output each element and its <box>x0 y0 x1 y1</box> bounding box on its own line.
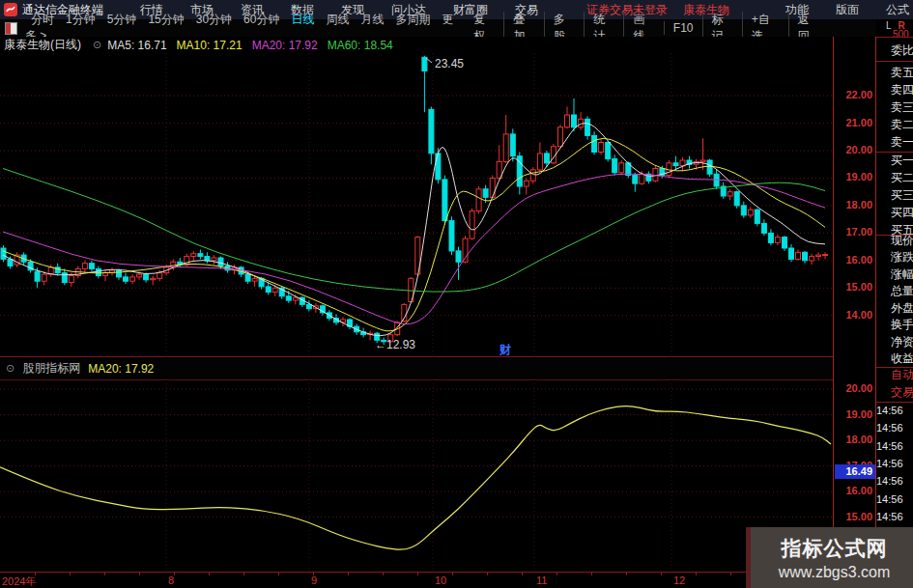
quote-label-8: 买二 <box>891 170 913 185</box>
x-axis-tick <box>696 573 697 575</box>
x-axis-tick <box>313 573 314 575</box>
quote-label-3: 卖四 <box>891 82 913 98</box>
toolbar-button-6[interactable]: F10 <box>664 21 702 35</box>
date-axis: 2024年89101112 <box>0 572 833 588</box>
period-toolbar: 分时1分钟5分钟15分钟30分钟60分钟日线周线月线多周期更多 > 复权叠加多股… <box>0 19 913 38</box>
info-label-7: 净资 <box>891 334 913 350</box>
x-axis-label-9: 9 <box>311 574 317 586</box>
sub-axis-tick-15: 15.00 <box>834 511 872 522</box>
quote-label-9: 买三 <box>891 187 913 203</box>
period-tab-9[interactable]: 月线 <box>360 13 384 26</box>
sub-axis-tick-19: 19.00 <box>834 408 872 420</box>
x-axis-tick <box>522 573 523 575</box>
right-menu-3[interactable]: 公式 <box>886 3 909 16</box>
ma-value-3: MA20: 17.92 <box>252 39 318 52</box>
info-label-6: 换手 <box>891 317 913 332</box>
chart-axis-divider <box>833 37 834 588</box>
x-axis-tick <box>626 573 627 575</box>
main-axis-tick-16: 16.00 <box>834 254 872 266</box>
x-axis-tick <box>209 573 210 575</box>
x-axis-label-11: 11 <box>536 574 547 586</box>
x-axis-label-12: 12 <box>673 574 685 586</box>
x-axis-tick <box>452 573 453 575</box>
quote-label-4: 卖三 <box>891 99 913 115</box>
period-tab-2[interactable]: 1分钟 <box>66 13 96 26</box>
price-axis-column: 22.0021.0020.0019.0018.0017.0016.0015.00… <box>834 37 875 588</box>
watermark-title: 指标公式网 <box>782 535 888 562</box>
indicator-line-chart[interactable] <box>0 379 833 572</box>
axis-sidebar-divider <box>875 37 876 588</box>
tdx-terminal-window: 通达信金融终端 行情市场资讯数据发现问小达财富圈交易 证券交易未登录康泰生物 功… <box>0 0 913 588</box>
x-axis-tick <box>243 573 244 575</box>
sub-axis-tick-18: 18.00 <box>834 434 872 445</box>
period-tab-6[interactable]: 60分钟 <box>243 13 279 26</box>
sidebar-divider <box>876 37 913 38</box>
indicator-ma-value: MA20: 17.92 <box>88 362 154 376</box>
collapse-subpanel-icon[interactable]: ⊙ <box>6 362 14 375</box>
period-tab-1[interactable]: 分时 <box>31 13 54 26</box>
x-axis-tick <box>348 573 349 575</box>
main-axis-tick-18: 18.00 <box>834 199 872 210</box>
x-axis-tick <box>730 573 731 575</box>
tick-timestamp-2: 14:56 <box>876 420 903 435</box>
right-menu-2[interactable]: 版面 <box>836 3 859 16</box>
auto-trade-label-2[interactable]: 交易 <box>891 384 913 400</box>
x-axis-label-8: 8 <box>168 574 174 586</box>
x-axis-label-10: 10 <box>435 574 446 586</box>
svg-text:23.45: 23.45 <box>435 57 464 70</box>
watermark-box: 指标公式网 www.zbgs3.com <box>746 527 913 588</box>
collapse-panel-icon[interactable]: ⊙ <box>93 39 101 51</box>
ma-value-1: MA5: 16.71 <box>107 39 166 52</box>
info-label-4: 总量 <box>891 283 913 298</box>
auto-trade-label-1[interactable]: 自动 <box>891 367 913 382</box>
x-axis-tick <box>556 573 557 575</box>
period-tab-8[interactable]: 周线 <box>326 13 349 26</box>
sub-axis-tick-20: 20.00 <box>834 382 872 394</box>
period-tab-7[interactable]: 日线 <box>291 13 314 26</box>
watermark-url: www.zbgs3.com <box>779 564 891 581</box>
x-axis-tick <box>104 573 105 575</box>
stock-title: 康泰生物(日线) <box>4 37 81 53</box>
ma-legend: MA5: 16.71MA10: 17.21MA20: 17.92MA60: 18… <box>107 39 403 52</box>
info-label-1: 现价 <box>891 233 913 248</box>
period-tab-10[interactable]: 多周期 <box>395 13 430 26</box>
sub-chart-header: ⊙ 股朋指标网 MA20: 17.92 <box>0 356 833 380</box>
main-axis-tick-19: 19.00 <box>834 171 872 182</box>
x-axis-tick <box>174 573 175 575</box>
quote-sidebar: LR 500 委比卖五卖四卖三卖二卖一买一买二买三买四买五现价涨跌涨幅总量外盘换… <box>876 19 913 588</box>
main-axis-tick-17: 17.00 <box>834 226 872 238</box>
main-axis-tick-14: 14.00 <box>834 309 872 321</box>
quote-label-10: 买四 <box>891 205 913 220</box>
svg-text:←12.93: ←12.93 <box>375 338 415 351</box>
x-axis-tick <box>591 573 592 575</box>
period-tab-4[interactable]: 15分钟 <box>148 13 184 26</box>
x-axis-tick <box>35 573 36 575</box>
period-tab-5[interactable]: 30分钟 <box>196 13 232 26</box>
sub-axis-tick-16: 16.00 <box>834 485 872 496</box>
chart-type-icon[interactable] <box>5 22 17 35</box>
sidebar-divider <box>876 61 913 62</box>
x-axis-tick <box>417 573 418 575</box>
ma-value-2: MA10: 17.21 <box>177 39 243 52</box>
info-label-3: 涨幅 <box>891 266 913 282</box>
ma-value-4: MA60: 18.54 <box>328 39 393 52</box>
x-axis-tick <box>139 573 140 575</box>
info-label-2: 涨跌 <box>891 249 913 265</box>
period-tab-3[interactable]: 5分钟 <box>107 13 137 26</box>
x-axis-tick <box>278 573 279 575</box>
info-label-8: 收益 <box>891 350 913 366</box>
tick-timestamp-4: 14:56 <box>876 456 903 471</box>
financial-report-badge[interactable]: 财 <box>499 342 511 358</box>
tick-timestamp-5: 14:56 <box>876 473 903 489</box>
x-axis-label-2024年: 2024年 <box>2 574 36 588</box>
indicator-title: 股朋指标网 <box>22 360 80 377</box>
main-axis-tick-15: 15.00 <box>834 281 872 293</box>
quote-label-2: 卖五 <box>891 65 913 80</box>
quote-label-5: 卖二 <box>891 117 913 132</box>
sidebar-500-label: 500 <box>893 29 909 40</box>
x-axis-tick <box>383 573 384 575</box>
main-axis-tick-22: 22.00 <box>834 89 872 100</box>
candlestick-chart[interactable]: 23.45←12.93 <box>0 53 833 355</box>
tick-timestamp-3: 14:56 <box>876 438 903 454</box>
quote-label-1: 委比 <box>891 42 913 58</box>
